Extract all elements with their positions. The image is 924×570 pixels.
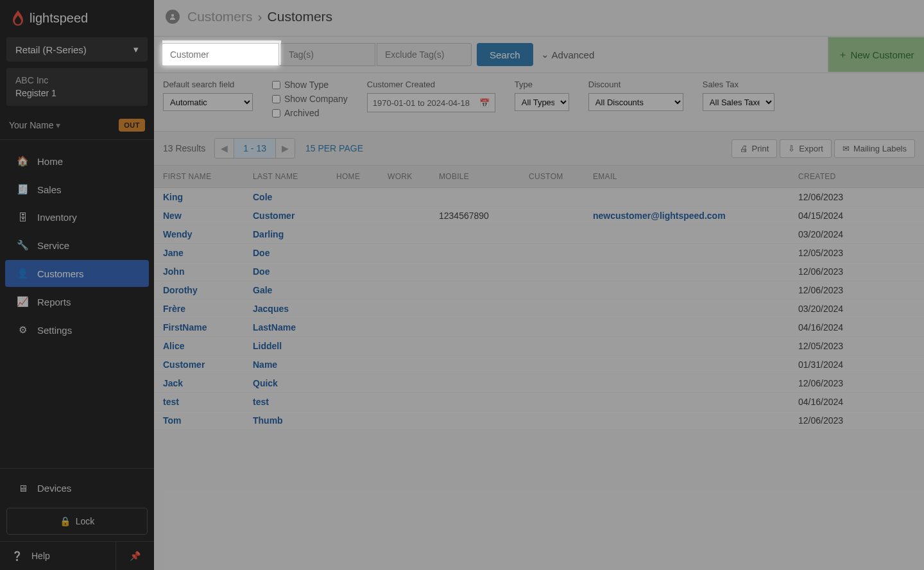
search-button[interactable]: Search <box>477 43 533 66</box>
search-exclude-tags-input[interactable] <box>377 43 472 66</box>
table-row[interactable]: JaneDoe12/05/2023 <box>154 244 924 263</box>
pager-prev[interactable]: ◀ <box>215 139 234 158</box>
bottom-nav: 🖥Devices 🔒Lock ❔Help 📌 <box>0 468 154 570</box>
table-row[interactable]: JackQuick12/06/2023 <box>154 374 924 393</box>
cell-last-name[interactable]: Liddell <box>244 337 327 356</box>
cell-last-name[interactable]: Jacques <box>244 300 327 318</box>
cell-last-name[interactable]: Name <box>244 356 327 374</box>
table-row[interactable]: FrèreJacques03/20/2024 <box>154 300 924 318</box>
nav-inventory[interactable]: 🗄Inventory <box>5 204 149 230</box>
cell-last-name[interactable]: Gale <box>244 281 327 300</box>
product-selector[interactable]: Retail (R-Series) ▾ <box>6 37 148 62</box>
table-row[interactable]: NewCustomer1234567890newcustomer@lightsp… <box>154 207 924 225</box>
archived-checkbox[interactable]: Archived <box>272 108 348 118</box>
cell-work <box>379 281 430 300</box>
store-register-box[interactable]: ABC Inc Register 1 <box>6 68 148 106</box>
salestax-select[interactable]: All Sales Taxes <box>703 93 774 111</box>
cell-created: 12/06/2023 <box>789 374 924 393</box>
col-first-name[interactable]: FIRST NAME <box>154 166 244 188</box>
col-email[interactable]: EMAIL <box>584 166 789 188</box>
print-button[interactable]: 🖨Print <box>732 139 778 158</box>
discount-select[interactable]: All Discounts <box>588 93 683 111</box>
cell-email <box>584 374 789 393</box>
search-customer-input[interactable] <box>162 43 279 66</box>
cell-email[interactable]: newcustomer@lightspeed.com <box>584 207 789 225</box>
table-row[interactable]: FirstNameLastName04/16/2024 <box>154 318 924 337</box>
cell-custom <box>520 318 584 337</box>
pager-next[interactable]: ▶ <box>275 139 295 158</box>
cell-first-name[interactable]: King <box>154 188 244 207</box>
cell-email <box>584 188 789 207</box>
table-row[interactable]: WendyDarling03/20/2024 <box>154 225 924 244</box>
cell-last-name[interactable]: Doe <box>244 244 327 263</box>
cell-first-name[interactable]: Alice <box>154 337 244 356</box>
discount-filter-block: Discount All Discounts <box>588 80 683 122</box>
cell-first-name[interactable]: New <box>154 207 244 225</box>
new-customer-button[interactable]: ＋New Customer <box>828 37 924 72</box>
nav-home[interactable]: 🏠Home <box>5 148 149 175</box>
mailing-labels-button[interactable]: ✉Mailing Labels <box>834 139 915 158</box>
export-button[interactable]: ⇩Export <box>780 139 832 158</box>
per-page-select[interactable]: 15 PER PAGE <box>305 143 363 153</box>
breadcrumb: Customers › Customers <box>154 0 924 37</box>
nav-sales[interactable]: 🧾Sales <box>5 176 149 203</box>
cell-last-name[interactable]: Quick <box>244 374 327 393</box>
cell-first-name[interactable]: John <box>154 263 244 281</box>
cell-custom <box>520 356 584 374</box>
nav-customers[interactable]: 👤Customers <box>5 260 149 287</box>
cell-work <box>379 337 430 356</box>
cell-first-name[interactable]: FirstName <box>154 318 244 337</box>
cell-first-name[interactable]: Jane <box>154 244 244 263</box>
breadcrumb-parent[interactable]: Customers <box>187 9 253 24</box>
cell-first-name[interactable]: Wendy <box>154 225 244 244</box>
cell-last-name[interactable]: Cole <box>244 188 327 207</box>
col-custom[interactable]: CUSTOM <box>520 166 584 188</box>
cell-mobile <box>430 337 520 356</box>
lock-button[interactable]: 🔒Lock <box>6 508 148 535</box>
nav-reports[interactable]: 📈Reports <box>5 288 149 315</box>
cell-first-name[interactable]: Dorothy <box>154 281 244 300</box>
cell-first-name[interactable]: Frère <box>154 300 244 318</box>
nav-help[interactable]: ❔Help <box>0 542 116 570</box>
cell-email <box>584 318 789 337</box>
table-row[interactable]: KingCole12/06/2023 <box>154 188 924 207</box>
table-row[interactable]: CustomerName01/31/2024 <box>154 356 924 374</box>
search-tags-input[interactable] <box>280 43 375 66</box>
nav-settings[interactable]: ⚙Settings <box>5 316 149 343</box>
nav-service[interactable]: 🔧Service <box>5 232 149 259</box>
cell-first-name[interactable]: Tom <box>154 411 244 430</box>
cell-last-name[interactable]: Doe <box>244 263 327 281</box>
cell-custom <box>520 188 584 207</box>
col-home[interactable]: HOME <box>327 166 379 188</box>
cell-first-name[interactable]: Customer <box>154 356 244 374</box>
col-last-name[interactable]: LAST NAME <box>244 166 327 188</box>
advanced-toggle[interactable]: ⌄Advanced <box>541 49 595 60</box>
cell-last-name[interactable]: Darling <box>244 225 327 244</box>
type-select[interactable]: All Types <box>515 93 569 111</box>
user-row[interactable]: Your Name ▾ OUT <box>0 111 154 140</box>
wrench-icon: 🔧 <box>17 239 28 251</box>
table-row[interactable]: AliceLiddell12/05/2023 <box>154 337 924 356</box>
clock-status-badge[interactable]: OUT <box>119 119 145 132</box>
date-range-input[interactable]: 1970-01-01 to 2024-04-18 📅 <box>367 93 495 112</box>
cell-last-name[interactable]: test <box>244 393 327 411</box>
show-type-checkbox[interactable]: Show Type <box>272 80 348 90</box>
show-company-checkbox[interactable]: Show Company <box>272 94 348 104</box>
cell-last-name[interactable]: LastName <box>244 318 327 337</box>
col-mobile[interactable]: MOBILE <box>430 166 520 188</box>
pin-button[interactable]: 📌 <box>116 542 154 570</box>
default-search-select[interactable]: Automatic <box>163 93 253 111</box>
cell-created: 12/05/2023 <box>789 244 924 263</box>
table-row[interactable]: testtest04/16/2024 <box>154 393 924 411</box>
cell-last-name[interactable]: Customer <box>244 207 327 225</box>
cell-first-name[interactable]: test <box>154 393 244 411</box>
cell-first-name[interactable]: Jack <box>154 374 244 393</box>
cell-last-name[interactable]: Thumb <box>244 411 327 430</box>
table-row[interactable]: JohnDoe12/06/2023 <box>154 263 924 281</box>
table-row[interactable]: DorothyGale12/06/2023 <box>154 281 924 300</box>
nav-devices[interactable]: 🖥Devices <box>5 475 149 501</box>
col-created[interactable]: CREATED <box>789 166 924 188</box>
cell-mobile <box>430 281 520 300</box>
table-row[interactable]: TomThumb12/06/2023 <box>154 411 924 430</box>
col-work[interactable]: WORK <box>379 166 430 188</box>
